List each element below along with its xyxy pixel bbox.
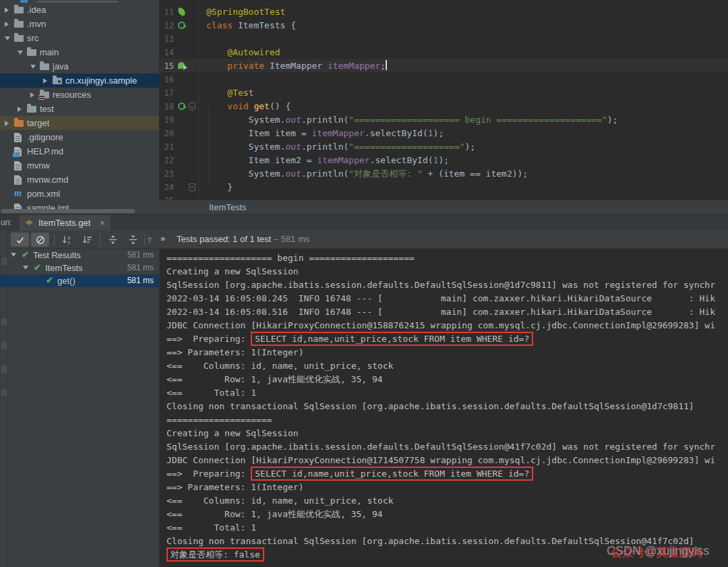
close-tab-icon[interactable]: ×: [100, 218, 105, 228]
chevron-right-icon[interactable]: [5, 22, 9, 27]
project-tree-item-test[interactable]: test: [0, 102, 159, 116]
project-tree-item--mvn[interactable]: .mvn: [0, 17, 159, 31]
editor-line-16[interactable]: 16: [159, 73, 728, 86]
folder-icon: [40, 63, 49, 70]
code-editor[interactable]: 11@SpringBootTest12class ItemTests {1314…: [159, 0, 728, 200]
test-tree-item-get-[interactable]: ✔get()581 ms: [0, 274, 159, 287]
fold-marker-close[interactable]: ‒: [189, 183, 195, 191]
console-line: ==> Preparing: SELECT id,name,unit_price…: [166, 332, 533, 346]
toolbar-separator: [54, 234, 55, 245]
chevron-right-icon[interactable]: [18, 107, 22, 112]
run-gutter-icon[interactable]: [178, 22, 185, 29]
chevron-down-icon[interactable]: [5, 36, 10, 40]
console-line: 2022-03-14 16:05:08.516 INFO 16748 --- […: [166, 305, 715, 319]
project-tree-item--gitignore[interactable]: .gitignore: [0, 130, 159, 144]
code-text: Item item2 = itemMapper.selectById(1);: [206, 154, 449, 167]
code-text: private ItemMapper itemMapper;: [206, 59, 387, 73]
file-icon: [14, 175, 22, 185]
chevron-right-icon[interactable]: [5, 121, 9, 126]
line-number: 14: [159, 46, 174, 59]
collapse-all-icon: [128, 235, 138, 245]
line-number: 24: [159, 181, 174, 194]
project-tree-item-java[interactable]: java: [0, 59, 159, 73]
project-tree-item--idea[interactable]: .idea: [0, 3, 159, 17]
test-console-output[interactable]: ==================== begin =============…: [160, 249, 728, 567]
code-text: class ItemTests {: [206, 19, 296, 32]
run-gutter-icon[interactable]: [178, 102, 185, 110]
show-passed-button[interactable]: [11, 233, 29, 247]
test-runner-toolbar: az » Tests passed: 1 of 1 test – 581 ms: [8, 231, 728, 249]
project-tree-item-pom-xml[interactable]: mpom.xml: [0, 187, 159, 201]
show-ignored-button[interactable]: [31, 233, 49, 247]
console-line: ==> Parameters: 1(Integer): [166, 481, 304, 494]
watermark-gray-text: CSDN @xujingyiss: [607, 544, 709, 558]
editor-line-13[interactable]: 13: [159, 32, 728, 46]
project-tree-panel: .idea.mvnsrcmainjavacn.xujingyi.samplere…: [0, 0, 159, 214]
editor-line-20[interactable]: 20 Item item = itemMapper.selectById(1);: [159, 127, 728, 140]
text-cursor: [386, 60, 387, 70]
chevron-down-icon[interactable]: [11, 253, 16, 257]
console-line: <== Columns: id, name, unit_price, stock: [166, 494, 394, 508]
breadcrumb[interactable]: ItemTests: [209, 202, 247, 212]
project-tree-item-main[interactable]: main: [0, 45, 159, 59]
line-number: 25: [159, 194, 174, 200]
editor-line-15[interactable]: 15 private ItemMapper itemMapper;: [159, 59, 728, 73]
maven-icon: m: [14, 188, 22, 199]
project-tree-item-help-md[interactable]: HELP.md: [0, 144, 159, 158]
csdn-watermark: 公众号@莫道源码 CSDN @xujingyiss: [607, 543, 728, 562]
chevron-down-icon[interactable]: [18, 51, 23, 55]
svg-text:a: a: [67, 235, 70, 240]
chevron-right-icon[interactable]: [30, 92, 34, 98]
previous-failed-test-button[interactable]: [140, 233, 158, 247]
tree-item-label: .gitignore: [27, 132, 63, 142]
editor-line-22[interactable]: 22 Item item2 = itemMapper.selectById(1)…: [159, 154, 728, 167]
project-tree-item-cn-xujingyi-sample[interactable]: cn.xujingyi.sample: [0, 73, 159, 88]
expand-all-icon: [108, 235, 118, 245]
project-tree-item-mvnw-cmd[interactable]: mvnw.cmd: [0, 173, 159, 187]
test-results-tree: ✔Test Results581 ms✔ItemTests581 ms✔get(…: [0, 249, 159, 567]
console-line: 2022-03-14 16:05:08.245 INFO 16748 --- […: [166, 292, 715, 305]
code-text: @Autowired: [206, 46, 280, 59]
project-tree-item-resources[interactable]: resources: [0, 88, 159, 102]
editor-line-25[interactable]: 25: [159, 194, 728, 200]
editor-line-12[interactable]: 12class ItemTests {: [159, 19, 728, 32]
line-number: 17: [159, 86, 174, 100]
code-text: System.out.println("====================…: [206, 113, 618, 127]
code-text: @Test: [206, 86, 253, 100]
bean-gutter-icon[interactable]: [178, 62, 185, 69]
project-tree-horizontal-scrollbar[interactable]: [1, 209, 135, 213]
folder-icon: [14, 7, 24, 13]
sort-duration-icon: [82, 235, 92, 245]
chevron-down-icon[interactable]: [30, 65, 36, 69]
line-number: 22: [159, 154, 174, 167]
editor-line-23[interactable]: 23 System.out.println("对象是否相等: " + (item…: [159, 167, 728, 181]
chevron-right-icon[interactable]: [5, 7, 9, 13]
editor-line-11[interactable]: 11@SpringBootTest: [159, 5, 728, 19]
test-tree-item-test-results[interactable]: ✔Test Results581 ms: [0, 249, 159, 262]
file-icon: [14, 161, 22, 171]
editor-line-19[interactable]: 19 System.out.println("=================…: [159, 113, 728, 127]
folder-icon: [27, 49, 36, 56]
more-options-icon[interactable]: »: [160, 233, 165, 243]
editor-line-17[interactable]: 17 @Test: [159, 86, 728, 100]
project-tree-item-mvnw[interactable]: mvnw: [0, 158, 159, 173]
run-tab-itemtests-get[interactable]: ItemTests.get ×: [20, 215, 111, 231]
expand-all-button[interactable]: [104, 233, 122, 247]
chevron-right-icon[interactable]: [43, 78, 47, 84]
sort-by-duration-button[interactable]: [78, 233, 96, 247]
sort-alphabetically-button[interactable]: az: [58, 233, 76, 247]
editor-line-18[interactable]: 18⌄ void get() {: [159, 100, 728, 113]
editor-line-14[interactable]: 14 @Autowired: [159, 46, 728, 59]
test-passed-icon: ✔: [34, 262, 41, 272]
console-line: <== Row: 1, java性能优化实战, 35, 94: [166, 508, 383, 521]
tree-item-label: pom.xml: [27, 189, 60, 199]
test-tree-item-itemtests[interactable]: ✔ItemTests581 ms: [0, 262, 159, 274]
editor-line-24[interactable]: 24‒ }: [159, 181, 728, 194]
chevron-down-icon[interactable]: [23, 266, 28, 270]
editor-line-21[interactable]: 21 System.out.println("=================…: [159, 140, 728, 154]
spring-leaf-gutter-icon[interactable]: [177, 7, 186, 16]
project-tree-item-src[interactable]: src: [0, 31, 159, 45]
project-tree-item-target[interactable]: target: [0, 116, 159, 130]
collapse-all-button[interactable]: [124, 233, 142, 247]
fold-marker-open[interactable]: ⌄: [189, 102, 195, 111]
